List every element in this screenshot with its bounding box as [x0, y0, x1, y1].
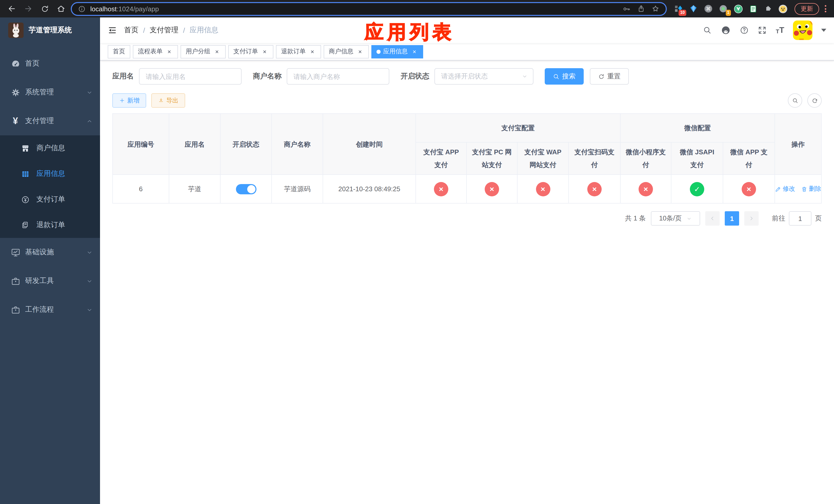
app-title: 芋道管理系统 [29, 26, 72, 35]
edit-link[interactable]: 修改 [775, 185, 795, 193]
extension-badge: 1 [725, 10, 731, 16]
tab-merchant-info[interactable]: 商户信息× [324, 45, 369, 58]
password-key-icon[interactable] [622, 4, 631, 13]
add-button[interactable]: 新增 [112, 93, 146, 108]
next-page-button[interactable] [744, 211, 759, 226]
wechat-jsapi-status-icon [690, 182, 704, 196]
tab-refund-orders[interactable]: 退款订单× [276, 45, 321, 58]
browser-home-button[interactable] [54, 2, 68, 15]
font-size-icon[interactable]: TT [776, 26, 784, 35]
sidebar-item-label: 支付管理 [25, 116, 54, 125]
goto-page-input[interactable] [789, 211, 811, 226]
top-navbar: 首页 / 支付管理 / 应用信息 TT [100, 18, 834, 43]
app-logo [8, 23, 24, 38]
merchant-name-input[interactable] [287, 68, 389, 85]
chevron-up-icon [86, 118, 93, 124]
pagination: 共 1 条 10条/页 1 前往 页 [112, 211, 822, 226]
extension-gem-icon[interactable] [689, 4, 698, 13]
close-icon[interactable]: × [356, 48, 364, 55]
goto-prefix: 前往 [772, 214, 785, 223]
col-alipay-app: 支付宝 APP 支付 [416, 142, 466, 175]
breadcrumb-payment[interactable]: 支付管理 [150, 26, 178, 35]
app-name-label: 应用名 [112, 72, 134, 81]
help-icon[interactable] [740, 26, 749, 35]
close-icon[interactable]: × [309, 48, 316, 55]
refresh-table-button[interactable] [807, 93, 822, 108]
sidebar-collapse-icon[interactable] [108, 26, 117, 35]
browser-forward-button[interactable] [22, 2, 35, 15]
fullscreen-icon[interactable] [758, 26, 767, 35]
search-icon [792, 97, 798, 104]
github-icon[interactable] [721, 25, 731, 36]
extension-notes-icon[interactable] [748, 4, 758, 13]
sidebar-item-home[interactable]: 首页 [0, 49, 100, 78]
table-toolbar: 新增 导出 [112, 93, 822, 108]
tab-pay-orders[interactable]: 支付订单× [228, 45, 273, 58]
tab-user-group[interactable]: 用户分组× [180, 45, 226, 58]
sidebar-item-payment[interactable]: ¥ 支付管理 [0, 107, 100, 135]
close-icon[interactable]: × [213, 48, 221, 55]
page-number-button[interactable]: 1 [725, 211, 739, 226]
search-icon[interactable] [703, 26, 712, 35]
reset-button[interactable]: 重置 [590, 68, 629, 85]
app-logo-row[interactable]: 芋道管理系统 [0, 18, 100, 43]
browser-reload-button[interactable] [38, 2, 51, 15]
user-avatar[interactable] [793, 21, 812, 40]
col-alipay-wap: 支付宝 WAP 网站支付 [517, 142, 569, 175]
browser-toolbar: localhost:1024/pay/app 10 ⌘ 1 [0, 0, 834, 18]
col-merchant: 商户名称 [271, 114, 323, 175]
extension-recorder-icon[interactable]: 1 [719, 4, 728, 13]
sidebar-item-merchant-info[interactable]: 商户信息 [0, 135, 100, 161]
extension-command-icon[interactable]: ⌘ [704, 4, 713, 13]
browser-back-button[interactable] [5, 2, 19, 15]
breadcrumb-home[interactable]: 首页 [124, 26, 138, 35]
sidebar-item-workflow[interactable]: 工作流程 [0, 295, 100, 324]
sidebar-item-infrastructure[interactable]: 基础设施 [0, 238, 100, 267]
breadcrumb: 首页 / 支付管理 / 应用信息 [124, 26, 219, 35]
monitor-icon [9, 247, 22, 257]
site-info-icon[interactable] [78, 5, 86, 13]
chrome-update-button[interactable]: 更新 [794, 3, 819, 15]
edit-pencil-icon [775, 186, 781, 192]
extensions-puzzle-icon[interactable] [763, 4, 772, 13]
sidebar-item-refund-orders[interactable]: 退款订单 [0, 212, 100, 238]
tab-app-info[interactable]: 应用信息× [371, 45, 423, 58]
enabled-toggle[interactable] [236, 184, 256, 194]
prev-page-button[interactable] [705, 211, 720, 226]
breadcrumb-current: 应用信息 [190, 26, 219, 35]
sidebar-item-app-info[interactable]: 应用信息 [0, 161, 100, 187]
chevron-down-icon [86, 278, 93, 284]
grid-icon [21, 169, 30, 178]
export-button[interactable]: 导出 [151, 93, 185, 108]
tab-home[interactable]: 首页 [108, 45, 130, 58]
wechat-app-status-icon [742, 182, 756, 196]
app-content: 应用名 商户名称 开启状态 请选择开启状态 [100, 61, 834, 504]
avatar-caret-down-icon[interactable] [821, 29, 826, 32]
sidebar-item-dev-tools[interactable]: 研发工具 [0, 267, 100, 295]
page-size-select[interactable]: 10条/页 [651, 211, 700, 226]
extension-tiles-icon[interactable]: 10 [674, 4, 683, 13]
extension-vue-devtools-icon[interactable] [733, 4, 743, 13]
sidebar-item-pay-orders[interactable]: 支付订单 [0, 187, 100, 212]
search-button[interactable]: 搜索 [545, 68, 584, 85]
tab-process-form[interactable]: 流程表单× [133, 45, 178, 58]
cell-created: 2021-10-23 08:49:25 [323, 175, 416, 203]
bookmark-star-icon[interactable] [652, 5, 660, 13]
app-name-input[interactable] [139, 68, 242, 85]
status-select[interactable]: 请选择开启状态 [435, 68, 533, 85]
delete-link[interactable]: 删除 [801, 185, 821, 193]
tags-view-bar: 首页 流程表单× 用户分组× 支付订单× 退款订单× 商户信息× 应用信息× [100, 43, 834, 61]
close-icon[interactable]: × [411, 48, 418, 55]
toggle-search-button[interactable] [788, 93, 802, 108]
chrome-menu-icon[interactable] [822, 4, 829, 13]
close-icon[interactable]: × [166, 48, 173, 55]
col-alipay-pc: 支付宝 PC 网站支付 [466, 142, 517, 175]
close-icon[interactable]: × [261, 48, 268, 55]
share-icon[interactable] [637, 5, 645, 13]
url-bar[interactable]: localhost:1024/pay/app [71, 2, 667, 16]
profile-avatar-icon[interactable] [778, 4, 787, 13]
sidebar-item-system[interactable]: 系统管理 [0, 78, 100, 107]
col-group-wechat: 微信配置 [620, 114, 775, 142]
sidebar-item-label: 支付订单 [37, 195, 65, 204]
refresh-icon [811, 97, 818, 104]
